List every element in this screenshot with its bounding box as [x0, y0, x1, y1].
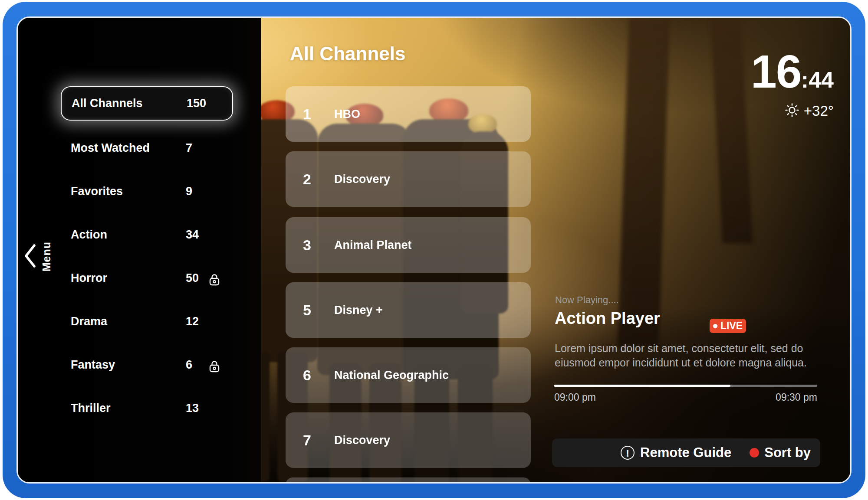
sidebar-item-most-watched[interactable]: Most Watched 7: [18, 137, 261, 159]
channel-name: Animal Planet: [334, 217, 412, 273]
action-bar: ! Remote Guide Sort by: [552, 438, 820, 467]
lock-icon: [208, 358, 221, 380]
weather: +32°: [695, 103, 834, 121]
sidebar-item-drama[interactable]: Drama 12: [18, 310, 261, 332]
sidebar-item-label: Favorites: [71, 180, 123, 202]
live-badge: LIVE: [710, 319, 746, 333]
sort-by-label: Sort by: [764, 445, 811, 461]
sidebar-item-count: 150: [187, 87, 206, 120]
sidebar-item-label: Fantasy: [71, 354, 115, 376]
channel-row-discovery[interactable]: 2 Discovery: [286, 151, 531, 207]
channel-number: 1: [303, 86, 311, 142]
remote-guide-label: Remote Guide: [640, 445, 731, 461]
sidebar-item-thriller[interactable]: Thriller 13: [18, 397, 261, 419]
progress-fill: [554, 385, 730, 387]
clock-hour: 16: [751, 45, 801, 98]
chevron-left-icon[interactable]: [24, 243, 36, 270]
channel-number: 5: [303, 282, 311, 338]
sidebar-item-count: 6: [186, 354, 192, 376]
sidebar-item-label: Thriller: [71, 397, 111, 419]
sidebar-item-favorites[interactable]: Favorites 9: [18, 180, 261, 202]
channel-number: 2: [303, 151, 311, 207]
sort-by-button[interactable]: Sort by: [750, 445, 811, 461]
channel-name: National Geographic: [334, 347, 449, 403]
program-end-time: 09:30 pm: [554, 392, 817, 403]
sidebar-item-label: Drama: [71, 310, 107, 332]
channel-row-discovery-2[interactable]: 7 Discovery: [286, 412, 531, 468]
sidebar-item-label: Most Watched: [71, 137, 150, 159]
screen: All Channels 1 HBO 2 Discovery 3 Animal …: [16, 16, 852, 484]
tv-app: All Channels 1 HBO 2 Discovery 3 Animal …: [0, 0, 868, 500]
sidebar-item-label: Horror: [71, 267, 107, 289]
channel-row-hbo[interactable]: 1 HBO: [286, 86, 531, 142]
channel-row-animal-planet[interactable]: 3 Animal Planet: [286, 217, 531, 273]
channel-number: 7: [303, 412, 311, 468]
menu-back[interactable]: Menu: [18, 226, 70, 304]
channel-name: HBO: [334, 86, 360, 142]
clock-minute: :44: [801, 67, 834, 92]
sidebar-item-all-channels[interactable]: All Channels 150: [61, 86, 233, 121]
now-playing-description: Lorem ipsum dolor sit amet, consectetur …: [555, 341, 820, 370]
sidebar-item-label: All Channels: [72, 87, 143, 120]
channel-number: 6: [303, 347, 311, 403]
sidebar-item-count: 12: [186, 310, 199, 332]
sidebar-item-count: 50: [186, 267, 199, 289]
channel-name: Discovery: [334, 412, 390, 468]
live-dot-icon: [713, 324, 717, 328]
sidebar-item-count: 13: [186, 397, 199, 419]
sidebar-item-count: 9: [186, 180, 192, 202]
lock-icon: [208, 271, 221, 293]
red-dot-icon: [750, 448, 759, 458]
device-frame: All Channels 1 HBO 2 Discovery 3 Animal …: [3, 2, 865, 498]
channel-name: Disney +: [334, 282, 383, 338]
sidebar-item-count: 34: [186, 224, 199, 245]
channel-number: 3: [303, 217, 311, 273]
temperature: +32°: [804, 103, 834, 119]
clock: 16:44: [695, 48, 834, 95]
channel-name: Discovery: [334, 151, 390, 207]
sun-icon: [785, 103, 799, 121]
now-playing-label: Now Playing....: [555, 294, 619, 306]
live-label: LIVE: [720, 320, 743, 331]
now-playing-title: Action Player: [555, 309, 660, 328]
channel-row-partial[interactable]: [286, 477, 531, 484]
progress-bar[interactable]: [554, 385, 817, 387]
sidebar-item-fantasy[interactable]: Fantasy 6: [18, 354, 261, 376]
page-title: All Channels: [290, 43, 406, 65]
channel-row-disney-plus[interactable]: 5 Disney +: [286, 282, 531, 338]
channel-row-national-geographic[interactable]: 6 National Geographic: [286, 347, 531, 403]
menu-label: Menu: [40, 242, 53, 271]
exclamation-circle-icon: !: [621, 446, 635, 460]
sidebar-item-label: Action: [71, 224, 107, 245]
remote-guide-button[interactable]: ! Remote Guide: [621, 445, 731, 461]
sidebar-item-count: 7: [186, 137, 192, 159]
